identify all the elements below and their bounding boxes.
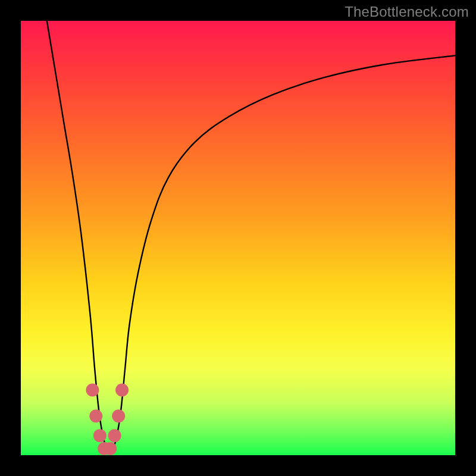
watermark-text: TheBottleneck.com <box>345 4 469 20</box>
highlight-dot <box>89 409 102 422</box>
highlight-dot <box>93 429 107 442</box>
highlight-dot <box>104 442 117 455</box>
highlight-dot <box>86 384 99 397</box>
bottleneck-curve <box>47 21 455 453</box>
highlight-dot <box>115 384 129 397</box>
highlight-dot <box>112 409 125 422</box>
chart-svg <box>21 21 455 455</box>
chart-frame: TheBottleneck.com <box>0 0 476 476</box>
plot-area <box>21 21 455 455</box>
highlight-dot <box>108 429 121 442</box>
highlight-markers <box>86 384 129 456</box>
